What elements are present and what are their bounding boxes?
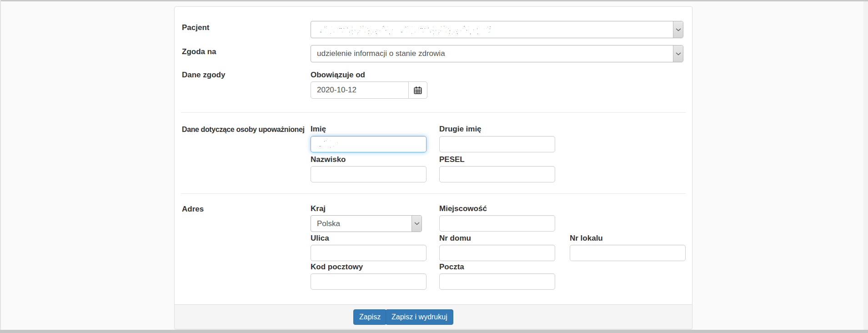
pesel-label: PESEL	[439, 155, 465, 164]
drugie-imie-label: Drugie imię	[439, 125, 482, 134]
poczta-input[interactable]	[439, 273, 555, 290]
chevron-down-icon	[411, 216, 421, 232]
nr-lokalu-label: Nr lokalu	[570, 234, 603, 243]
poczta-label: Poczta	[439, 262, 464, 272]
section-divider	[181, 193, 686, 194]
ulica-label: Ulica	[311, 234, 329, 243]
drugie-imie-input[interactable]	[439, 136, 555, 152]
redacted-patient-last-name	[398, 26, 492, 34]
window-bottom-edge	[0, 330, 868, 333]
chevron-down-icon	[673, 21, 683, 38]
pacjent-label: Pacjent	[182, 23, 209, 32]
miejscowosc-input[interactable]	[439, 215, 555, 232]
osoba-section-label: Dane dotyczące osoby upoważnionej	[182, 125, 305, 134]
obowiazuje-od-label: Obowiązuje od	[311, 71, 365, 80]
date-picker-button[interactable]	[408, 81, 427, 99]
ulica-input[interactable]	[311, 245, 426, 261]
pacjent-select[interactable]	[311, 21, 683, 38]
pesel-input[interactable]	[439, 166, 555, 182]
nazwisko-input[interactable]	[311, 166, 426, 182]
dane-zgody-section-label: Dane zgody	[182, 71, 225, 80]
window-top-edge	[0, 0, 868, 1]
kod-pocztowy-input[interactable]	[311, 273, 426, 290]
imie-label: Imię	[311, 125, 326, 134]
kraj-label: Kraj	[311, 204, 326, 213]
kod-pocztowy-label: Kod pocztowy	[311, 262, 363, 272]
redacted-patient-first-name	[317, 26, 394, 34]
zgoda-na-label: Zgoda na	[182, 47, 216, 56]
vertical-scrollbar[interactable]	[863, 1, 868, 330]
nr-lokalu-input[interactable]	[570, 245, 686, 261]
chevron-down-icon	[673, 45, 683, 62]
zgoda-na-selected-value: udzielenie informacji o stanie zdrowia	[311, 49, 445, 58]
save-button[interactable]: Zapisz	[353, 309, 386, 325]
nazwisko-label: Nazwisko	[311, 155, 346, 164]
redacted-imie-value	[317, 140, 339, 148]
adres-section-label: Adres	[182, 205, 204, 214]
miejscowosc-label: Miejscowość	[439, 204, 487, 213]
save-and-print-button[interactable]: Zapisz i wydrukuj	[386, 309, 453, 325]
nr-domu-input[interactable]	[439, 245, 555, 261]
window-left-edge	[0, 0, 1, 333]
kraj-select[interactable]: Polska	[311, 215, 422, 232]
kraj-selected-value: Polska	[311, 219, 340, 228]
nr-domu-label: Nr domu	[439, 234, 471, 243]
calendar-icon	[414, 86, 422, 94]
section-divider	[181, 112, 686, 113]
zgoda-na-select[interactable]: udzielenie informacji o stanie zdrowia	[311, 45, 683, 62]
consent-form-page: Pacjent Zgoda na udzielenie informacji o…	[0, 0, 868, 333]
obowiazuje-od-input[interactable]	[311, 81, 409, 99]
